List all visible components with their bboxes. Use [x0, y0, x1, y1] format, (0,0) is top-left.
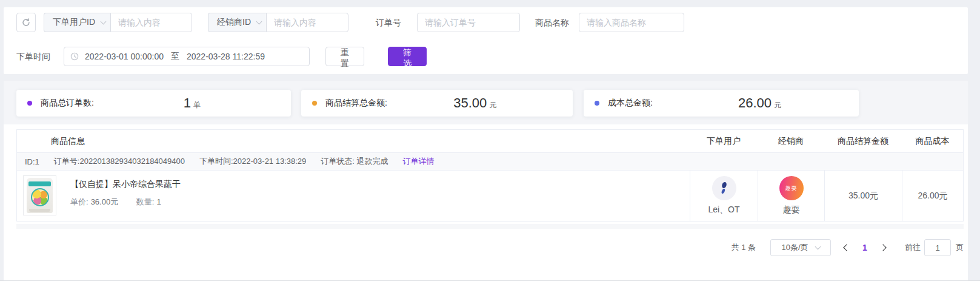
order-detail-link[interactable]: 订单详情 — [403, 156, 435, 167]
stat-dot — [27, 101, 32, 106]
order-admin-page: 下单用户ID 经销商ID 订单号 商品名称 下单时间 2022-03-01 00… — [0, 0, 980, 281]
order-no-label: 订单号 — [376, 13, 401, 32]
page-unit-label: 页 — [956, 242, 964, 253]
column-header-buyer: 下单用户 — [690, 136, 758, 147]
product-info-cell: 【仅自提】呆小帝综合果蔬干 单价:36.00元 数量:1 — [17, 171, 690, 221]
dealer-name: 趣耍 — [783, 205, 800, 215]
user-id-filter: 下单用户ID — [44, 13, 192, 32]
refresh-icon — [21, 18, 31, 27]
page-size-label: 10条/页 — [781, 242, 808, 253]
stat-value: 26.00 — [738, 95, 772, 111]
stat-label: 商品总订单数: — [41, 98, 94, 109]
chevron-down-icon — [256, 19, 262, 25]
price-value: 36.00元 — [91, 197, 119, 206]
user-id-type-select[interactable]: 下单用户ID — [44, 13, 110, 32]
column-header-cost: 商品成本 — [902, 136, 963, 147]
dealer-id-filter: 经销商ID — [208, 13, 348, 32]
current-page[interactable]: 1 — [856, 243, 873, 252]
dealer-avatar: 趣耍 — [779, 176, 804, 200]
date-end: 2022-03-28 11:22:59 — [187, 52, 265, 61]
chevron-down-icon — [815, 244, 821, 250]
filter-button[interactable]: 筛选 — [388, 47, 427, 66]
next-page-icon — [879, 244, 886, 251]
orders-table: 商品信息 下单用户 经销商 商品结算金额 商品成本 ID:1 订单号:20220… — [16, 129, 964, 222]
table-row: 【仅自提】呆小帝综合果蔬干 单价:36.00元 数量:1 Lei、OT — [17, 171, 963, 221]
stat-card-settle-total: 商品结算总金额: 35.00 元 — [301, 90, 573, 117]
order-meta-row: ID:1 订单号:202201382934032184049400 下单时间:2… — [17, 153, 963, 171]
date-start: 2022-03-01 00:00:00 — [85, 52, 164, 61]
cost-cell: 26.00元 — [902, 171, 963, 221]
order-time: 下单时间:2022-03-21 13:38:29 — [199, 156, 306, 167]
settle-amount-cell: 35.00元 — [824, 171, 902, 221]
stat-unit: 元 — [774, 100, 781, 110]
stat-value: 1 — [184, 95, 191, 111]
product-image — [23, 175, 56, 215]
buyer-avatar — [712, 176, 736, 200]
buyer-avatar-figure — [718, 180, 731, 196]
user-id-select-label: 下单用户ID — [53, 17, 95, 28]
pouch-band — [28, 181, 51, 186]
stat-value: 35.00 — [453, 95, 487, 111]
order-no-input[interactable] — [417, 13, 520, 32]
clock-icon — [70, 52, 79, 61]
table-header-row: 商品信息 下单用户 经销商 商品结算金额 商品成本 — [17, 130, 963, 153]
goto-label: 前往 — [905, 242, 921, 253]
date-separator: 至 — [171, 51, 179, 62]
prev-page-icon — [843, 244, 850, 251]
pouch-window — [31, 188, 49, 206]
refresh-button[interactable] — [16, 13, 36, 32]
column-header-product-info: 商品信息 — [17, 136, 690, 147]
product-name-input[interactable] — [579, 13, 684, 32]
pagination: 共 1 条 10条/页 1 前往 页 — [732, 239, 964, 256]
column-header-settle: 商品结算金额 — [824, 136, 902, 147]
cost-amount: 26.00元 — [918, 191, 947, 201]
buyer-name: Lei、OT — [708, 205, 739, 215]
order-time-label: 下单时间 — [16, 47, 50, 66]
qty-value: 1 — [156, 197, 161, 206]
order-number: 订单号:202201382934032184049400 — [54, 156, 185, 167]
dealer-avatar-text: 趣耍 — [785, 185, 798, 192]
product-name-label: 商品名称 — [535, 13, 569, 32]
chevron-down-icon — [101, 19, 107, 25]
main-panel: 商品总订单数: 1 单 商品结算总金额: 35.00 元 成本总金额: 26.0… — [4, 81, 968, 281]
order-status: 订单状态: 退款完成 — [321, 156, 388, 167]
table-footer-strip — [16, 224, 964, 229]
stat-unit: 单 — [193, 100, 201, 110]
product-subline: 单价:36.00元 数量:1 — [70, 197, 161, 208]
stat-dot — [595, 101, 599, 106]
prev-page-button[interactable] — [839, 239, 854, 256]
buyer-cell: Lei、OT — [690, 171, 758, 221]
settle-amount: 35.00元 — [848, 191, 878, 201]
dealer-cell: 趣耍 趣耍 — [758, 171, 824, 221]
stat-label: 成本总金额: — [608, 98, 653, 109]
stat-card-total-orders: 商品总订单数: 1 单 — [16, 90, 291, 117]
filter-panel: 下单用户ID 经销商ID 订单号 商品名称 下单时间 2022-03-01 00… — [4, 7, 968, 74]
stat-dot — [312, 101, 317, 106]
product-title: 【仅自提】呆小帝综合果蔬干 — [70, 179, 181, 190]
order-id: ID:1 — [25, 157, 39, 166]
pouch-gusset — [29, 209, 50, 212]
pagination-total: 共 1 条 — [732, 242, 756, 253]
stat-label: 商品结算总金额: — [325, 98, 387, 109]
qty-label: 数量: — [136, 197, 155, 206]
dealer-id-type-select[interactable]: 经销商ID — [208, 13, 266, 32]
dealer-id-select-label: 经销商ID — [217, 17, 251, 28]
page-size-select[interactable]: 10条/页 — [770, 239, 831, 256]
goto-page-input[interactable] — [924, 239, 951, 256]
user-id-input[interactable] — [110, 13, 192, 32]
reset-button[interactable]: 重置 — [325, 47, 364, 66]
order-time-range-picker[interactable]: 2022-03-01 00:00:00 至 2022-03-28 11:22:5… — [64, 47, 310, 66]
stat-unit: 元 — [489, 100, 496, 110]
price-label: 单价: — [70, 197, 88, 206]
next-page-button[interactable] — [876, 239, 890, 256]
pouch-body — [27, 178, 53, 213]
column-header-dealer: 经销商 — [758, 136, 824, 147]
dealer-id-input[interactable] — [266, 13, 348, 32]
stat-card-cost-total: 成本总金额: 26.00 元 — [584, 90, 859, 117]
